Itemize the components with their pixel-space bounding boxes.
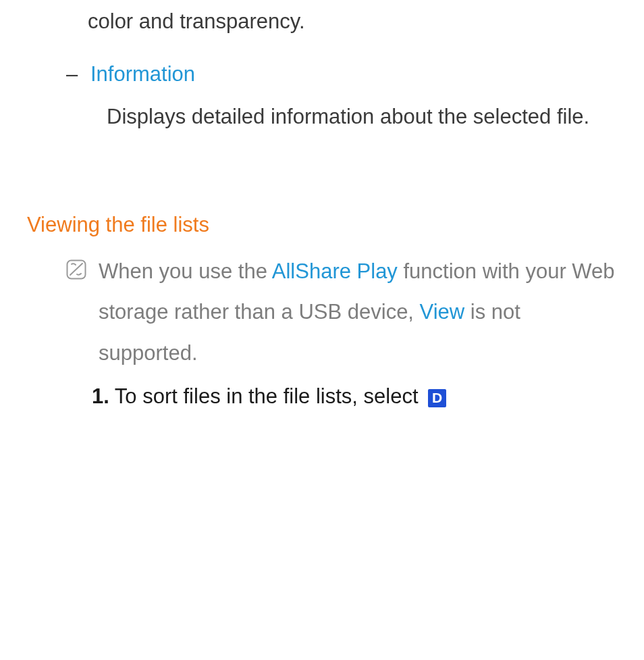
fragment-previous-sentence: color and transparency. [27,1,617,42]
note-text: When you use the AllShare Play function … [99,251,617,374]
note-allshare: AllShare Play [272,259,398,283]
note-pre: When you use the [99,259,272,283]
note-view: View [420,300,465,324]
d-button-icon: D [428,389,446,407]
list-item-information: – Information [27,54,617,95]
dash-bullet: – [66,54,78,95]
step-text: To sort files in the file lists, select … [115,376,446,417]
note-block: When you use the AllShare Play function … [27,251,617,374]
step-text-inner: To sort files in the file lists, select [115,384,424,408]
section-heading: Viewing the file lists [27,205,617,245]
step-number: 1. [92,376,109,417]
list-item-body: Displays detailed information about the … [27,97,617,137]
note-icon [66,259,86,280]
list-item-title: Information [90,54,195,95]
step-1: 1. To sort files in the file lists, sele… [27,376,617,417]
